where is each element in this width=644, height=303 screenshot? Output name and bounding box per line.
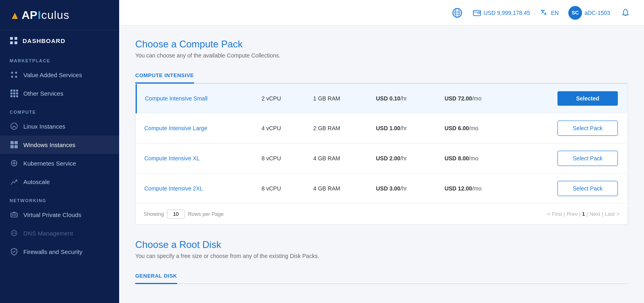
pagination-prev[interactable]: Prev: [567, 211, 578, 217]
sidebar-item-dns-management: DNS Management: [0, 224, 119, 242]
pack-name-cell: Compute Intensive XL: [136, 143, 254, 174]
sidebar-item-label: Value Added Services: [23, 72, 82, 78]
section-label-marketplace: MARKETPLACE: [0, 51, 119, 66]
selected-button[interactable]: Selected: [557, 91, 618, 106]
balance-display[interactable]: USD 9,999,178.45: [473, 8, 530, 17]
svg-rect-1: [14, 37, 17, 40]
svg-rect-19: [14, 141, 18, 144]
sidebar-item-dashboard[interactable]: DASHBOARD: [0, 30, 119, 51]
compute-pack-subtitle: You can choose any of the available Comp…: [135, 52, 628, 59]
translate-icon: [540, 8, 549, 17]
pack-name[interactable]: Compute Intensive XL: [144, 155, 200, 162]
pagination-separator: <: [547, 211, 551, 217]
language-selector[interactable]: EN: [540, 8, 559, 17]
pack-ram-cell: 4 GB RAM: [305, 174, 368, 204]
sidebar-item-firewalls-and-security[interactable]: Firewalls and Security: [0, 242, 119, 261]
section-label-networking: NETWORKING: [0, 191, 119, 205]
sidebar-item-autoscale[interactable]: Autoscale: [0, 172, 119, 191]
table-row: Compute Intensive XL 8 vCPU 4 GB RAM USD…: [136, 143, 628, 174]
logo-area: ▲ APIculus: [0, 0, 119, 30]
svg-point-6: [11, 76, 13, 78]
dashboard-icon: [10, 37, 18, 45]
firewall-icon: [10, 247, 19, 256]
account-name: aDC-1503: [584, 10, 610, 16]
svg-point-5: [15, 72, 17, 74]
sidebar-item-virtual-private-clouds[interactable]: Virtual Private Clouds: [0, 205, 119, 224]
svg-point-30: [14, 215, 15, 216]
sidebar-item-label: Other Services: [23, 90, 63, 97]
pagination-sep4: |: [602, 211, 603, 217]
select-pack-button[interactable]: Select Pack: [557, 121, 618, 136]
tab-general-disk[interactable]: GENERAL DISK: [135, 269, 177, 284]
compute-table: Compute Intensive Small 2 vCPU 1 GB RAM …: [136, 84, 627, 203]
compute-pack-title: Choose a Compute Pack: [135, 39, 628, 50]
svg-rect-11: [10, 92, 12, 94]
pagination-current[interactable]: 1: [582, 211, 585, 217]
pagination-sep1: |: [564, 211, 565, 217]
pack-name[interactable]: Compute Intensive Small: [145, 95, 208, 102]
svg-rect-12: [13, 92, 15, 94]
grid-icon: [10, 70, 19, 79]
svg-point-4: [11, 72, 13, 74]
pack-price-mo-cell: USD 8.00/mo: [436, 143, 514, 174]
sidebar-item-windows-instances[interactable]: Windows Instances: [0, 135, 119, 154]
pack-price-mo-cell: USD 72.00/mo: [436, 84, 514, 113]
svg-point-29: [12, 215, 13, 216]
svg-point-31: [15, 215, 17, 216]
linux-icon: [10, 122, 19, 131]
pack-price-hr-cell: USD 2.00/hr: [368, 143, 436, 174]
svg-rect-13: [16, 92, 18, 94]
sidebar-item-kubernetes-service[interactable]: Kubernetes Service: [0, 154, 119, 172]
sidebar-item-label: Kubernetes Service: [23, 160, 76, 167]
sidebar-item-other-services[interactable]: Other Services: [0, 84, 119, 102]
pagination-left: Showing Rows per Page: [144, 209, 224, 219]
pack-price-hr-cell: USD 3.00/hr: [368, 174, 436, 204]
pagination-first[interactable]: First: [552, 211, 562, 217]
header: USD 9,999,178.45 EN SC aDC-1503: [119, 0, 644, 26]
root-disk-section: Choose a Root Disk You can specify a fre…: [135, 239, 628, 284]
pack-name[interactable]: Compute Intensive Large: [144, 125, 207, 131]
logo-text: APIculus: [22, 9, 70, 22]
pagination-sep3: |: [586, 211, 588, 217]
pack-name-cell: Compute Intensive Small: [136, 84, 254, 113]
balance-text: USD 9,999,178.45: [484, 10, 530, 16]
svg-rect-39: [478, 12, 480, 14]
globe-button[interactable]: [452, 7, 463, 18]
vpc-icon: [10, 210, 19, 219]
svg-point-23: [13, 162, 15, 164]
sidebar-item-value-added-services[interactable]: Value Added Services: [0, 66, 119, 84]
svg-rect-2: [10, 41, 13, 44]
root-disk-subtitle: You can specify a free size or choose fr…: [135, 253, 628, 259]
sidebar-item-label: Autoscale: [23, 178, 50, 185]
notifications-button[interactable]: [620, 7, 631, 18]
pagination-end-sep: >: [616, 211, 619, 217]
sidebar-item-label: Firewalls and Security: [23, 248, 83, 255]
section-label-compute: COMPUTE: [0, 102, 119, 117]
svg-rect-21: [14, 145, 18, 148]
svg-rect-10: [16, 90, 18, 92]
tab-compute-intensive[interactable]: COMPUTE INTENSIVE: [135, 68, 194, 84]
svg-rect-16: [16, 95, 18, 97]
account-info[interactable]: SC aDC-1503: [568, 6, 610, 20]
pack-price-mo-cell: USD 12.00/mo: [436, 174, 514, 204]
select-pack-button[interactable]: Select Pack: [557, 151, 618, 166]
autoscale-icon: [10, 177, 19, 186]
rows-per-page-input[interactable]: [167, 209, 185, 219]
pagination-row: Showing Rows per Page < First | Prev | 1…: [136, 203, 627, 224]
pack-vcpu-cell: 8 vCPU: [254, 143, 305, 174]
svg-point-7: [15, 76, 17, 78]
pack-action-cell: Select Pack: [514, 113, 627, 143]
select-pack-button[interactable]: Select Pack: [557, 181, 618, 196]
pack-name[interactable]: Compute Intensive 2XL: [144, 185, 203, 192]
root-disk-title: Choose a Root Disk: [135, 239, 628, 250]
sidebar-item-label: Linux Instances: [23, 123, 65, 130]
pack-vcpu-cell: 8 vCPU: [254, 174, 305, 204]
table-row: Compute Intensive Large 4 vCPU 2 GB RAM …: [136, 113, 628, 143]
pagination-last[interactable]: Last: [605, 211, 615, 217]
pack-vcpu-cell: 2 vCPU: [254, 84, 305, 113]
kubernetes-icon: [10, 159, 19, 168]
pagination-next[interactable]: Next: [590, 211, 601, 217]
sidebar-item-linux-instances[interactable]: Linux Instances: [0, 117, 119, 135]
svg-rect-3: [14, 41, 17, 44]
sidebar-item-label: DNS Management: [23, 230, 73, 237]
